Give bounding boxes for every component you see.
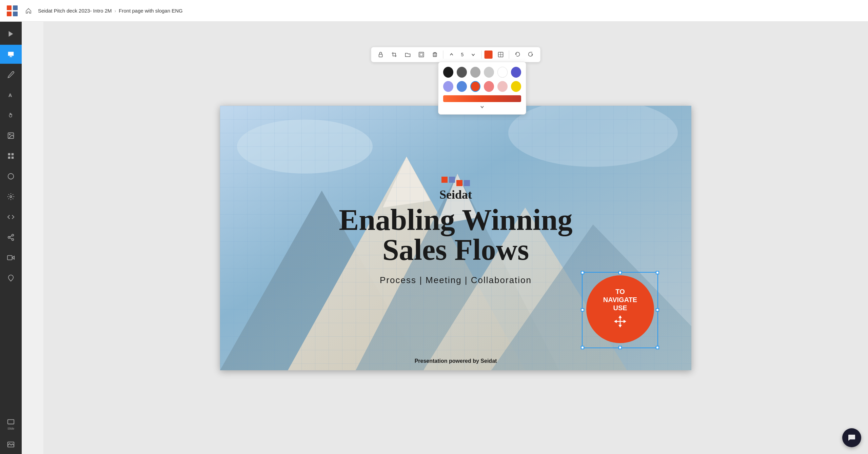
svg-marker-4 bbox=[9, 31, 13, 37]
color-expand-button[interactable] bbox=[443, 104, 521, 110]
slide-logo-area: Seidat bbox=[439, 177, 472, 202]
toolbar-crop-button[interactable] bbox=[389, 49, 400, 60]
svg-marker-38 bbox=[618, 315, 622, 318]
svg-rect-45 bbox=[433, 53, 437, 57]
color-row-1 bbox=[443, 67, 521, 78]
svg-rect-0 bbox=[7, 5, 12, 10]
svg-rect-44 bbox=[420, 53, 423, 56]
canvas-area: Seidat Enabling Winning Sales Flows Proc… bbox=[43, 22, 868, 454]
navigate-button[interactable]: TONAVIGATEUSE bbox=[586, 275, 654, 343]
svg-line-20 bbox=[10, 238, 12, 239]
toolbar-folder-button[interactable] bbox=[402, 49, 413, 60]
toolbar-divider-2 bbox=[481, 51, 481, 59]
left-sidebar: A Slide bbox=[0, 22, 22, 454]
svg-rect-42 bbox=[379, 54, 382, 57]
toolbar-lock-button[interactable] bbox=[375, 49, 386, 60]
color-black[interactable] bbox=[443, 67, 453, 78]
svg-marker-40 bbox=[614, 320, 617, 323]
sidebar-item-dropper[interactable] bbox=[0, 269, 22, 288]
sidebar-item-code[interactable] bbox=[0, 208, 22, 226]
color-yellow[interactable] bbox=[511, 81, 521, 92]
breadcrumb-separator: › bbox=[115, 8, 116, 14]
svg-point-17 bbox=[12, 234, 14, 236]
sidebar-item-shape[interactable] bbox=[0, 167, 22, 186]
sidebar-item-play[interactable] bbox=[0, 24, 22, 43]
color-darkgray[interactable] bbox=[457, 67, 467, 78]
chat-button[interactable] bbox=[842, 428, 861, 447]
toolbar-divider-1 bbox=[443, 51, 443, 59]
color-salmon[interactable] bbox=[484, 81, 494, 92]
color-blue[interactable] bbox=[457, 81, 467, 92]
toolbar-down-button[interactable] bbox=[468, 49, 478, 60]
logo-sq-red1 bbox=[441, 177, 448, 183]
color-gradient-bar[interactable] bbox=[443, 95, 521, 102]
toolbar-up-button[interactable] bbox=[446, 49, 457, 60]
color-picker bbox=[438, 62, 526, 115]
slide-container: Seidat Enabling Winning Sales Flows Proc… bbox=[220, 106, 691, 370]
svg-line-21 bbox=[10, 236, 12, 237]
color-orange-selected[interactable] bbox=[470, 81, 480, 92]
color-purple[interactable] bbox=[511, 67, 521, 78]
svg-point-16 bbox=[10, 196, 12, 198]
slide-brand-name: Seidat bbox=[439, 187, 472, 202]
toolbar-delete-button[interactable] bbox=[430, 49, 440, 60]
logo-sq-red2 bbox=[456, 180, 462, 186]
color-row-2 bbox=[443, 81, 521, 92]
color-lightgray[interactable] bbox=[484, 67, 494, 78]
color-white[interactable] bbox=[497, 67, 508, 78]
sidebar-item-settings[interactable] bbox=[0, 187, 22, 206]
home-button[interactable] bbox=[23, 5, 34, 16]
svg-rect-12 bbox=[12, 153, 14, 155]
svg-rect-3 bbox=[13, 12, 18, 16]
navigate-button-text: TONAVIGATEUSE bbox=[603, 288, 637, 312]
sidebar-item-image[interactable] bbox=[0, 126, 22, 145]
toolbar-divider-3 bbox=[509, 51, 509, 59]
sidebar-item-share[interactable] bbox=[0, 228, 22, 247]
toolbar-redo-button[interactable] bbox=[525, 49, 536, 60]
top-bar: Seidat Pitch deck 2023- Intro 2M › Front… bbox=[0, 0, 868, 22]
toolbar-frame-button[interactable] bbox=[416, 49, 427, 60]
color-gray[interactable] bbox=[470, 67, 480, 78]
svg-marker-41 bbox=[624, 320, 626, 323]
sidebar-item-hand[interactable] bbox=[0, 106, 22, 125]
sidebar-item-slides[interactable] bbox=[0, 45, 22, 64]
svg-point-18 bbox=[8, 236, 10, 238]
svg-rect-1 bbox=[13, 5, 18, 10]
svg-point-10 bbox=[9, 134, 10, 135]
breadcrumb-parent[interactable]: Seidat Pitch deck 2023- Intro 2M bbox=[38, 8, 112, 14]
logo-squares bbox=[441, 177, 470, 186]
breadcrumb-current: Front page with slogan ENG bbox=[119, 8, 182, 14]
sidebar-item-media[interactable] bbox=[0, 248, 22, 267]
slide-footer: Presentation powered by Seidat bbox=[415, 358, 497, 364]
toolbar-undo-button[interactable] bbox=[512, 49, 522, 60]
svg-text:A: A bbox=[8, 93, 12, 98]
slide-headline: Enabling Winning Sales Flows bbox=[339, 205, 573, 265]
logo-sq-blue2 bbox=[464, 180, 470, 186]
slide-subtitle: Process | Meeting | Collaboration bbox=[380, 275, 532, 285]
sidebar-item-slide-img[interactable] bbox=[0, 435, 22, 454]
svg-rect-5 bbox=[8, 52, 14, 56]
svg-marker-22 bbox=[12, 256, 14, 259]
slide-thumb-label: Slide bbox=[7, 427, 14, 430]
svg-rect-43 bbox=[419, 52, 424, 57]
svg-rect-11 bbox=[8, 153, 10, 155]
sidebar-item-grid[interactable] bbox=[0, 146, 22, 165]
color-lightpink[interactable] bbox=[497, 81, 508, 92]
toolbar-count: 5 bbox=[460, 52, 465, 57]
toolbar-color-swatch[interactable] bbox=[484, 51, 492, 59]
toolbar-pattern-button[interactable] bbox=[495, 49, 506, 60]
svg-rect-24 bbox=[8, 419, 14, 424]
toolbar: 5 bbox=[371, 47, 541, 62]
sidebar-item-pen[interactable] bbox=[0, 65, 22, 84]
color-lightpurple[interactable] bbox=[443, 81, 453, 92]
svg-rect-2 bbox=[7, 12, 12, 16]
navigate-move-icon bbox=[613, 315, 627, 331]
breadcrumb: Seidat Pitch deck 2023- Intro 2M › Front… bbox=[38, 8, 183, 14]
sidebar-item-text[interactable]: A bbox=[0, 85, 22, 104]
sidebar-item-slide-thumb[interactable]: Slide bbox=[0, 415, 22, 434]
svg-marker-39 bbox=[618, 325, 622, 328]
app-logo[interactable] bbox=[5, 4, 19, 18]
svg-point-15 bbox=[8, 174, 14, 179]
svg-rect-23 bbox=[7, 256, 12, 260]
svg-rect-13 bbox=[8, 157, 10, 159]
